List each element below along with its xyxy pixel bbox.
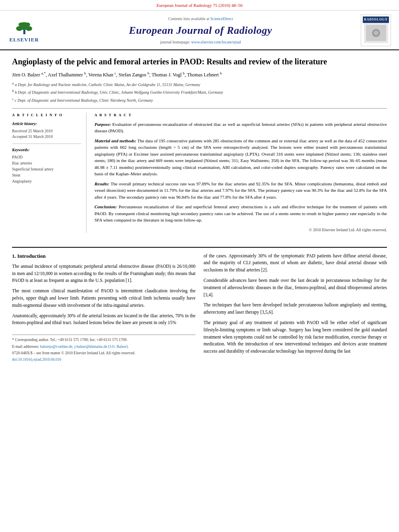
affiliations: a a Dept. for Radiology and Nuclear medi… (12, 81, 387, 103)
corresponding-author-footnote: * Corresponding author. Tel.: +49 6131 5… (12, 337, 195, 343)
abstract-purpose: Purpose: Evaluation of percutaneous reca… (95, 121, 387, 134)
abstract-methods: Material and methods: The data of 195 co… (95, 138, 387, 177)
elsevier-tree-icon (13, 17, 35, 35)
issn-footnote: 0720-048X/$ – see front matter © 2010 El… (12, 351, 195, 356)
abstract-col: A B S T R A C T Purpose: Evaluation of p… (95, 113, 387, 233)
journal-header: ELSEVIER Contents lists available at Sci… (0, 10, 399, 50)
abstract-results: Results: The overall primary technical s… (95, 181, 387, 201)
conclusion-label: Conclusion: (95, 204, 117, 209)
svg-point-5 (25, 23, 30, 27)
svg-point-9 (374, 31, 378, 35)
article-info-col: A R T I C L E I N F O Article history: R… (12, 113, 86, 233)
purpose-label: Purpose: (95, 122, 111, 127)
body-para-right-1: of the cases. Approximately 30% of the s… (204, 253, 387, 274)
body-para-1: The annual incidence of symptomatic peri… (12, 263, 195, 284)
email-footnote: E-mail addresses: balzerjo@t-online.de, … (12, 344, 195, 349)
article-history-label: Article history: (12, 121, 81, 127)
email-label: E-mail addresses: (12, 345, 39, 349)
conclusion-text: Percutaneous recanalization of iliac and… (95, 204, 387, 222)
email-addresses[interactable]: balzerjo@t-online.de, j-balzer@kkmainz.d… (40, 345, 129, 349)
body-para-right-3: The techniques that have been developed … (204, 302, 387, 316)
purpose-text: Evaluation of percutaneous recanalizatio… (95, 122, 387, 134)
radiology-badge-label: RADIOLOGY (363, 16, 389, 23)
journal-homepage: journal homepage: www.elsevier.com/locat… (48, 39, 353, 45)
authors-text: Jörn O. Balzer a,*, Axel Thalhammer b, V… (12, 72, 222, 78)
svg-point-3 (26, 26, 32, 31)
journal-citation-bar: European Journal of Radiology 75 (2010) … (0, 0, 399, 10)
results-text: The overall primary technical success ra… (95, 181, 387, 199)
journal-center: Contents lists available at ScienceDirec… (48, 16, 353, 45)
received-date: Received 25 March 2010 (12, 128, 81, 134)
keyword-1: PAOD (12, 154, 81, 160)
radiology-badge-image (364, 23, 388, 43)
radiology-badge: RADIOLOGY (361, 14, 391, 46)
svg-point-4 (19, 23, 24, 27)
affil-b: b b Dept. of Diagnostic and Intervention… (12, 88, 387, 95)
info-abstract-section: A R T I C L E I N F O Article history: R… (12, 108, 387, 233)
homepage-link[interactable]: www.elsevier.com/locate/ejrad (191, 40, 241, 44)
article-title: Angioplasty of the pelvic and femoral ar… (12, 56, 387, 67)
keywords-section: Keywords: PAOD Iliac arteries Superficia… (12, 144, 81, 184)
affil-c: c c Dept. of Diagnostic and Intervention… (12, 97, 387, 103)
body-content: 1. Introduction The annual incidence of … (0, 248, 399, 372)
results-label: Results: (95, 181, 109, 186)
authors-line: Jörn O. Balzer a,*, Axel Thalhammer b, V… (12, 71, 387, 78)
abstract-header: A B S T R A C T (95, 113, 387, 118)
journal-citation: European Journal of Radiology 75 (2010) … (156, 3, 243, 8)
abstract-text: Purpose: Evaluation of percutaneous reca… (95, 121, 387, 233)
body-para-2: The most common clinical manifestation o… (12, 288, 195, 309)
homepage-label: journal homepage: (160, 40, 190, 44)
copyright-line: © 2010 Elsevier Ireland Ltd. All rights … (95, 227, 387, 233)
footnote-area: * Corresponding author. Tel.: +49 6131 5… (12, 335, 195, 362)
methods-label: Material and methods: (95, 138, 136, 143)
body-para-3: Anatomically, approximately 30% of the a… (12, 312, 195, 327)
keywords-label: Keywords: (12, 147, 81, 153)
abstract-conclusion: Conclusion: Percutaneous recanalization … (95, 203, 387, 224)
body-right-col: of the cases. Approximately 30% of the s… (204, 253, 387, 364)
elsevier-logo: ELSEVIER (8, 17, 40, 43)
keyword-5: Angioplasty (12, 179, 81, 184)
doi-footnote: doi:10.1016/j.ejrad.2010.04.016 (12, 357, 195, 362)
journal-title: European Journal of Radiology (48, 23, 353, 38)
body-para-right-4: The primary goal of any treatment of pat… (204, 319, 387, 355)
keyword-2: Iliac arteries (12, 160, 81, 166)
affil-a: a a Dept. for Radiology and Nuclear medi… (12, 81, 387, 88)
sciencedirect-link[interactable]: ScienceDirect (210, 16, 233, 21)
keyword-4: Stent (12, 173, 81, 178)
body-left-col: 1. Introduction The annual incidence of … (12, 253, 195, 364)
article-content: Angioplasty of the pelvic and femoral ar… (0, 50, 399, 240)
svg-point-2 (16, 26, 23, 31)
body-para-right-2: Considerable advances have been made ove… (204, 277, 387, 298)
section1-title: 1. Introduction (12, 253, 195, 260)
article-info-header: A R T I C L E I N F O (12, 113, 81, 118)
sciencedirect-line: Contents lists available at ScienceDirec… (48, 16, 353, 22)
page: European Journal of Radiology 75 (2010) … (0, 0, 399, 532)
methods-text: The data of 195 consecutive patients wit… (95, 138, 387, 177)
sciencedirect-label: Contents lists available at (168, 16, 209, 21)
keyword-3: Superficial femoral artery (12, 166, 81, 172)
elsevier-brand-text: ELSEVIER (9, 36, 39, 43)
accepted-date: Accepted 31 March 2010 (12, 134, 81, 140)
